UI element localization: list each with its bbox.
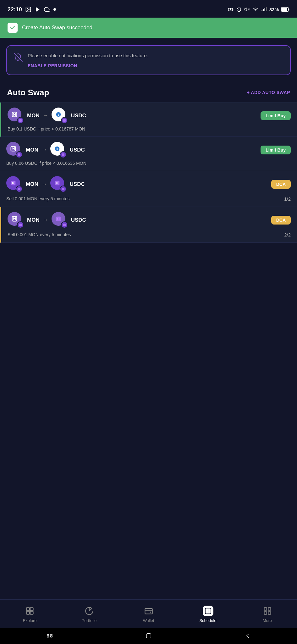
svg-line-13: [14, 53, 22, 61]
svg-rect-8: [263, 9, 264, 12]
svg-rect-49: [50, 636, 52, 637]
swap-tokens: MON → U USDC: [8, 212, 86, 228]
android-navigation-bar: [0, 628, 297, 644]
arrow-icon: →: [43, 112, 48, 119]
svg-rect-26: [18, 188, 20, 190]
svg-rect-7: [261, 10, 262, 12]
nav-explore[interactable]: Explore: [0, 606, 59, 623]
checkmark-icon: [10, 25, 15, 31]
to-token-name: USDC: [71, 113, 86, 119]
mute-icon: [244, 7, 250, 12]
usdc-token-icon: $: [50, 142, 67, 158]
status-right: 83%: [228, 7, 289, 12]
swap-description: Sell 0.001 MON every 5 minutes: [6, 196, 70, 201]
svg-rect-36: [26, 611, 29, 614]
arrow-icon: →: [41, 147, 47, 153]
cloud-icon: [44, 6, 50, 13]
nav-wallet[interactable]: Wallet: [119, 606, 178, 623]
dot-icon: [53, 8, 56, 11]
photo-icon: [25, 6, 31, 13]
svg-rect-44: [264, 612, 267, 614]
mon-token-icon: [6, 142, 23, 158]
from-token-name: MON: [26, 181, 38, 187]
from-token-name: MON: [26, 147, 38, 153]
schedule-label: Schedule: [199, 618, 216, 623]
toast-text: Create Auto Swap succeeded.: [22, 25, 94, 31]
svg-rect-37: [30, 608, 33, 611]
swap-description: Buy 0.1 USDC if price < 0.016787 MON: [8, 126, 291, 131]
explore-label: Explore: [23, 618, 36, 623]
swap-tokens: MON → $ USDC: [6, 142, 85, 158]
swap-list: MON → $ USDC Limit Buy Buy 0.1 USDC if p…: [0, 102, 297, 243]
svg-rect-43: [268, 608, 271, 610]
swap-badge: DCA: [271, 180, 291, 189]
back-button[interactable]: [244, 632, 251, 639]
swap-row: MON → $ USDC Limit Buy: [6, 142, 291, 158]
arrow-icon: →: [43, 217, 48, 223]
wifi-icon: [252, 7, 259, 12]
notification-text: Please enable notifications permission t…: [28, 52, 283, 59]
svg-rect-39: [145, 608, 152, 614]
portfolio-icon: [84, 606, 95, 616]
svg-rect-31: [19, 224, 22, 226]
to-token-name: USDC: [71, 217, 86, 223]
swap-badge: DCA: [271, 216, 291, 225]
svg-rect-29: [62, 188, 64, 190]
swap-item[interactable]: MON → $ USDC Limit Buy Buy 0.06 USDC if …: [0, 137, 297, 171]
swap-count: 2/2: [284, 232, 291, 237]
more-label: More: [263, 618, 272, 623]
swap-badge: Limit Buy: [261, 146, 291, 154]
svg-rect-50: [146, 634, 151, 638]
to-token-name: USDC: [70, 147, 85, 153]
mon-token-icon: [8, 108, 24, 124]
svg-point-40: [150, 612, 151, 613]
nav-schedule[interactable]: Schedule: [178, 606, 238, 623]
mon-token-icon: M: [6, 176, 23, 192]
battery-percent: 83%: [269, 7, 279, 12]
svg-rect-12: [282, 8, 287, 11]
svg-text:U: U: [56, 182, 58, 185]
svg-rect-42: [264, 608, 267, 610]
svg-rect-20: [18, 153, 20, 156]
section-header: Auto Swap + ADD AUTO SWAP: [0, 83, 297, 102]
swap-item[interactable]: M MON → U USDC DCA: [0, 171, 297, 207]
battery-icon: [281, 7, 289, 12]
nav-portfolio[interactable]: Portfolio: [59, 606, 119, 623]
status-time: 22:10: [8, 6, 56, 13]
swap-tokens: MON → $ USDC: [8, 108, 86, 124]
home-button[interactable]: [145, 632, 152, 639]
svg-rect-34: [63, 224, 66, 226]
swap-item[interactable]: MON → U USDC DCA Sell 0.001 MON every 5 …: [0, 207, 297, 243]
svg-rect-35: [26, 608, 29, 611]
add-auto-swap-button[interactable]: + ADD AUTO SWAP: [247, 90, 290, 95]
nav-more[interactable]: More: [238, 606, 297, 623]
svg-rect-18: [63, 119, 66, 122]
swap-badge: Limit Buy: [261, 111, 291, 120]
svg-rect-48: [50, 634, 52, 636]
svg-text:$: $: [56, 147, 58, 150]
notification-content: Please enable notifications permission t…: [28, 52, 283, 68]
usdc-token-icon: U: [50, 176, 67, 192]
svg-text:$: $: [58, 113, 59, 116]
svg-rect-10: [266, 7, 267, 12]
enable-permission-button[interactable]: ENABLE PERMISSION: [28, 63, 283, 68]
svg-rect-46: [47, 634, 49, 636]
schedule-icon: [203, 606, 213, 616]
toast-check-icon: [8, 23, 18, 33]
swap-row: MON → U USDC DCA: [8, 212, 291, 228]
svg-rect-15: [19, 119, 22, 122]
to-token-name: USDC: [70, 181, 85, 187]
swap-item[interactable]: MON → $ USDC Limit Buy Buy 0.1 USDC if p…: [0, 103, 297, 137]
wallet-icon: [143, 606, 154, 616]
recent-apps-button[interactable]: [46, 632, 53, 639]
svg-rect-45: [268, 612, 271, 614]
svg-rect-9: [264, 8, 265, 12]
svg-point-1: [27, 8, 28, 9]
svg-rect-47: [47, 636, 49, 637]
mon-token-icon: [8, 212, 24, 228]
usdc-token-icon: $: [52, 108, 68, 124]
notification-permission-box: Please enable notifications permission t…: [6, 45, 291, 75]
usdc-token-icon: U: [52, 212, 68, 228]
section-title: Auto Swap: [7, 88, 49, 97]
alarm-icon: [236, 7, 242, 12]
